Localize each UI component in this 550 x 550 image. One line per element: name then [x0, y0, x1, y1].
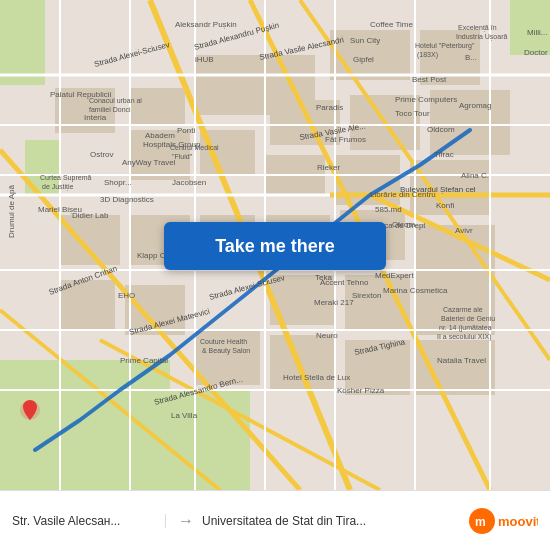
svg-text:3D Diagnostics: 3D Diagnostics	[100, 195, 154, 204]
svg-text:Aleksandr Pușkin: Aleksandr Pușkin	[175, 20, 237, 29]
svg-text:Curtea Supremă: Curtea Supremă	[40, 174, 91, 182]
svg-text:Doctor: Doctor	[524, 48, 548, 57]
svg-rect-24	[60, 215, 120, 265]
svg-rect-7	[130, 88, 185, 126]
svg-text:Ponti: Ponti	[177, 126, 195, 135]
svg-text:Alina C.: Alina C.	[461, 171, 489, 180]
svg-text:Kosher Pizza: Kosher Pizza	[337, 386, 385, 395]
moovit-logo: m moovit	[468, 507, 538, 535]
svg-text:B...: B...	[465, 53, 477, 62]
svg-text:Marina Cosmetica: Marina Cosmetica	[383, 286, 448, 295]
svg-text:Excelență în: Excelență în	[458, 24, 497, 32]
svg-text:Librărie din Centru: Librărie din Centru	[370, 190, 436, 199]
svg-text:Hotelul "Peterburg": Hotelul "Peterburg"	[415, 42, 475, 50]
svg-text:Didier Lab: Didier Lab	[72, 211, 109, 220]
svg-text:Coffee Time: Coffee Time	[370, 20, 414, 29]
svg-text:moovit: moovit	[498, 514, 538, 529]
svg-text:Olcom: Olcom	[392, 220, 415, 229]
svg-text:Milli...: Milli...	[527, 28, 547, 37]
svg-text:Toco Tour: Toco Tour	[395, 109, 430, 118]
svg-text:Abadem: Abadem	[145, 131, 175, 140]
svg-text:Sun City: Sun City	[350, 36, 380, 45]
svg-text:de Justiție: de Justiție	[42, 183, 74, 191]
map-container: Strada Alexei-Sciusev Strada Alexandru P…	[0, 0, 550, 490]
svg-text:& Beauty Salon: & Beauty Salon	[202, 347, 250, 355]
svg-rect-5	[160, 390, 250, 490]
svg-text:Ostrov: Ostrov	[90, 150, 114, 159]
svg-text:Hotel Stella de Lux: Hotel Stella de Lux	[283, 373, 350, 382]
svg-text:Fât Frumos: Fât Frumos	[325, 135, 366, 144]
bottom-bar: Str. Vasile Alecsан... → Universitatea d…	[0, 490, 550, 550]
svg-text:Neuro: Neuro	[316, 331, 338, 340]
svg-text:Best Post: Best Post	[412, 75, 447, 84]
svg-text:Conacul urban al: Conacul urban al	[89, 97, 142, 104]
svg-text:Bateriei de Geniu: Bateriei de Geniu	[441, 315, 495, 322]
svg-text:familiei Donci: familiei Donci	[89, 106, 131, 113]
destination-section: → Universitatea de Stat din Tira...	[166, 512, 468, 530]
svg-text:Agromag: Agromag	[459, 101, 491, 110]
svg-text:La Villa: La Villa	[171, 411, 198, 420]
svg-text:Paradis: Paradis	[316, 103, 343, 112]
svg-text:Rieker: Rieker	[317, 163, 340, 172]
svg-text:Couture Health: Couture Health	[200, 338, 247, 345]
svg-text:Sirexton: Sirexton	[352, 291, 381, 300]
svg-text:Prime Capital: Prime Capital	[120, 356, 168, 365]
svg-text:Accent Tehno: Accent Tehno	[320, 278, 369, 287]
svg-text:nr. 14 (jumătatea: nr. 14 (jumătatea	[439, 324, 492, 332]
svg-text:Tifrac: Tifrac	[434, 150, 454, 159]
svg-text:Konfi: Konfi	[436, 201, 454, 210]
origin-label: Str. Vasile Alecsан...	[12, 514, 157, 528]
svg-text:AnyWay Travel: AnyWay Travel	[122, 158, 176, 167]
svg-text:Cazarme ale: Cazarme ale	[443, 306, 483, 313]
svg-text:Shopr...: Shopr...	[104, 178, 132, 187]
svg-text:Prime Computers: Prime Computers	[395, 95, 457, 104]
arrow-icon: →	[178, 512, 194, 530]
take-me-there-button[interactable]: Take me there	[164, 222, 386, 270]
moovit-logo-svg: m moovit	[468, 507, 538, 535]
location-pin	[18, 398, 42, 422]
svg-text:"Fluid": "Fluid"	[172, 153, 193, 160]
svg-text:Centrul Medical: Centrul Medical	[170, 144, 219, 151]
svg-text:Natalia Travel: Natalia Travel	[437, 356, 486, 365]
svg-rect-31	[415, 340, 495, 395]
svg-text:Avivr: Avivr	[455, 226, 473, 235]
svg-text:585.md: 585.md	[375, 205, 402, 214]
svg-text:Oldcom: Oldcom	[427, 125, 455, 134]
svg-text:MedExpert: MedExpert	[375, 271, 414, 280]
svg-text:Jacobsen: Jacobsen	[172, 178, 206, 187]
origin-section: Str. Vasile Alecsан...	[12, 514, 166, 528]
svg-text:Drumul de Apă: Drumul de Apă	[7, 185, 16, 238]
svg-text:II a secolului XIX): II a secolului XIX)	[437, 333, 491, 341]
destination-label: Universitatea de Stat din Tira...	[202, 514, 366, 528]
svg-text:Meraki 217: Meraki 217	[314, 298, 354, 307]
svg-text:(183X): (183X)	[417, 51, 438, 59]
svg-text:iHUB: iHUB	[195, 55, 214, 64]
svg-text:Interia: Interia	[84, 113, 107, 122]
svg-text:m: m	[475, 515, 486, 529]
svg-rect-2	[0, 0, 45, 85]
svg-text:Industria Ușoară: Industria Ușoară	[456, 33, 507, 41]
svg-text:EHO: EHO	[118, 291, 135, 300]
svg-text:Gipfel: Gipfel	[353, 55, 374, 64]
